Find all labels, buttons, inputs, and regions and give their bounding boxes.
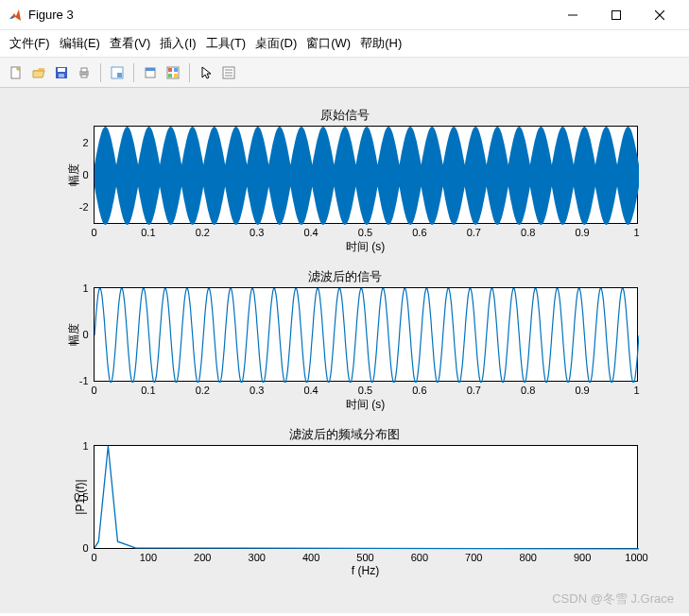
chart-title: 原始信号 xyxy=(52,107,638,124)
svg-rect-17 xyxy=(174,68,178,72)
ytick: 1 xyxy=(82,440,88,452)
xtick: 0 xyxy=(91,227,96,238)
new-file-icon[interactable] xyxy=(6,62,26,83)
xtick: 800 xyxy=(520,552,537,563)
xtick: 1 xyxy=(633,227,639,238)
toolbar xyxy=(0,58,689,88)
xtick: 0.4 xyxy=(303,385,318,396)
xtick: 900 xyxy=(574,552,591,563)
ytick: -1 xyxy=(79,375,89,386)
figure-area: 原始信号 幅度 2 0 -2 0 0.1 0.2 0.3 0.4 0.5 0.6… xyxy=(0,88,689,613)
watermark: CSDN @冬雪 J.Grace xyxy=(552,590,674,607)
ytick: 0.5 xyxy=(74,491,88,503)
xtick: 700 xyxy=(465,552,482,563)
xtick: 0.5 xyxy=(358,385,372,396)
svg-rect-16 xyxy=(168,68,172,72)
ytick: -2 xyxy=(79,201,89,213)
xtick: 0.6 xyxy=(412,227,426,238)
ytick: 0 xyxy=(82,169,88,180)
xtick: 0.8 xyxy=(521,385,535,396)
chart-title: 滤波后的信号 xyxy=(52,268,638,285)
xtick: 0.1 xyxy=(141,227,155,238)
titlebar: Figure 3 xyxy=(0,0,689,30)
xtick: 0 xyxy=(91,385,96,396)
svg-rect-7 xyxy=(59,74,64,77)
menu-file[interactable]: 文件(F) xyxy=(6,33,54,54)
x-axis-label: f (Hz) xyxy=(94,564,638,577)
svg-rect-1 xyxy=(612,10,621,19)
window-title: Figure 3 xyxy=(28,8,551,22)
xtick: 400 xyxy=(302,552,319,563)
chart-canvas-original[interactable] xyxy=(95,127,639,225)
xtick: 0.7 xyxy=(467,227,481,238)
xtick: 0 xyxy=(91,552,96,563)
xtick: 0.2 xyxy=(196,227,210,238)
minimize-button[interactable] xyxy=(551,0,594,30)
menu-help[interactable]: 帮助(H) xyxy=(356,33,405,54)
colorbar-icon[interactable] xyxy=(163,62,183,83)
xtick: 0.9 xyxy=(575,227,589,238)
menu-tools[interactable]: 工具(T) xyxy=(202,33,250,54)
menu-view[interactable]: 查看(V) xyxy=(106,33,154,54)
xtick: 0.8 xyxy=(521,227,535,238)
ytick: 0 xyxy=(82,329,88,340)
menu-insert[interactable]: 插入(I) xyxy=(156,33,199,54)
subplot-filtered-signal: 滤波后的信号 幅度 1 0 -1 0 0.1 0.2 0.3 0.4 0.5 0… xyxy=(52,268,638,413)
data-cursor-icon[interactable] xyxy=(107,62,128,83)
y-axis-label: 幅度 xyxy=(65,163,81,186)
svg-rect-6 xyxy=(58,68,65,72)
chart-title: 滤波后的频域分布图 xyxy=(52,426,638,443)
menu-window[interactable]: 窗口(W) xyxy=(302,33,354,54)
xtick: 0.3 xyxy=(250,227,264,238)
xtick: 0.1 xyxy=(141,385,155,396)
open-icon[interactable] xyxy=(28,62,49,83)
xtick: 600 xyxy=(411,552,428,563)
xtick: 200 xyxy=(194,552,211,563)
ytick: 2 xyxy=(82,137,88,148)
menubar: 文件(F) 编辑(E) 查看(V) 插入(I) 工具(T) 桌面(D) 窗口(W… xyxy=(0,30,689,58)
chart-canvas-spectrum[interactable] xyxy=(95,446,639,550)
xtick: 0.7 xyxy=(467,385,481,396)
xtick: 500 xyxy=(356,552,373,563)
xtick: 300 xyxy=(249,552,266,563)
svg-rect-12 xyxy=(117,73,122,77)
window-controls xyxy=(551,0,681,30)
xtick: 0.3 xyxy=(250,385,264,396)
maximize-button[interactable] xyxy=(594,0,638,30)
xtick: 0.2 xyxy=(196,385,210,396)
xtick: 100 xyxy=(140,552,157,563)
xtick: 0.9 xyxy=(575,385,589,396)
xtick: 0.4 xyxy=(303,227,318,238)
menu-edit[interactable]: 编辑(E) xyxy=(56,33,104,54)
link-icon[interactable] xyxy=(140,62,161,83)
ytick: 1 xyxy=(82,282,88,294)
xtick: 1 xyxy=(633,385,639,396)
xtick: 0.6 xyxy=(412,385,426,396)
svg-rect-9 xyxy=(81,68,87,72)
pointer-icon[interactable] xyxy=(196,62,216,83)
svg-rect-10 xyxy=(81,75,87,77)
close-button[interactable] xyxy=(638,0,681,30)
ytick: 0 xyxy=(82,542,88,554)
save-icon[interactable] xyxy=(51,62,72,83)
xtick: 0.5 xyxy=(358,227,372,238)
menu-desktop[interactable]: 桌面(D) xyxy=(251,33,301,54)
xtick: 1000 xyxy=(625,552,647,563)
chart-canvas-filtered[interactable] xyxy=(95,288,639,383)
y-axis-label: 幅度 xyxy=(65,323,81,346)
subplot-spectrum: 滤波后的频域分布图 |P1₁(f)| 1 0.5 0 0 100 200 300… xyxy=(52,426,638,577)
svg-rect-19 xyxy=(174,74,178,77)
x-axis-label: 时间 (s) xyxy=(94,239,638,255)
properties-icon[interactable] xyxy=(218,62,239,83)
matlab-icon xyxy=(8,8,23,23)
subplot-original-signal: 原始信号 幅度 2 0 -2 0 0.1 0.2 0.3 0.4 0.5 0.6… xyxy=(52,107,638,255)
svg-rect-18 xyxy=(168,74,172,77)
svg-rect-14 xyxy=(146,68,155,71)
x-axis-label: 时间 (s) xyxy=(94,397,638,413)
print-icon[interactable] xyxy=(74,62,95,83)
